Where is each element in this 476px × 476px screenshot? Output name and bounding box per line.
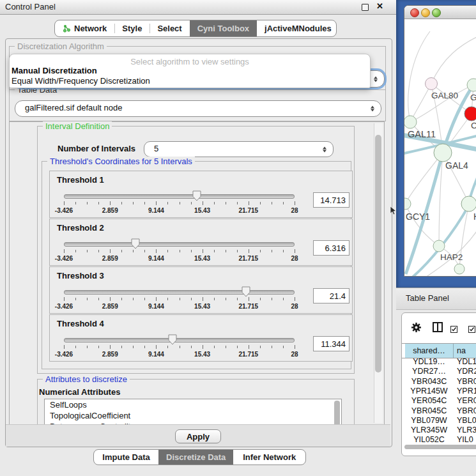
cell-name[interactable]: YBR0 bbox=[457, 377, 476, 386]
tick-mark bbox=[98, 298, 99, 300]
checkbox-icon[interactable] bbox=[468, 326, 475, 333]
cell-name[interactable]: YBL0 bbox=[457, 416, 476, 425]
close-traffic-light-icon[interactable] bbox=[410, 8, 419, 17]
table-row[interactable]: YBL079WYBL0 bbox=[402, 416, 476, 426]
threshold-value-field[interactable] bbox=[313, 336, 349, 351]
threshold-label: Threshold 1 bbox=[57, 175, 104, 185]
number-of-intervals-spinner[interactable]: 5 bbox=[144, 141, 334, 157]
tick-mark bbox=[237, 250, 238, 252]
cell-name[interactable]: YLR3 bbox=[457, 426, 476, 434]
cell-name[interactable]: YBR0 bbox=[457, 406, 476, 415]
close-icon[interactable]: ✕ bbox=[376, 1, 383, 11]
cell-name[interactable]: YER0 bbox=[457, 396, 476, 405]
threshold-slider[interactable]: -3.4262.8599.14415.4321.71528 bbox=[64, 190, 295, 215]
column-header-shared-name[interactable]: shared… bbox=[405, 344, 454, 358]
threshold-value-field[interactable] bbox=[313, 192, 349, 208]
slider-track[interactable] bbox=[64, 242, 295, 247]
tick-mark bbox=[249, 297, 249, 301]
tick-label: 15.43 bbox=[194, 303, 210, 310]
slider-thumb[interactable] bbox=[192, 190, 201, 201]
node[interactable] bbox=[461, 196, 476, 211]
slider-track[interactable] bbox=[64, 290, 295, 295]
tab-discretize-data[interactable]: Discretize Data bbox=[158, 450, 233, 464]
cell-name[interactable]: YDL1 bbox=[457, 357, 476, 366]
table-row[interactable]: YPR145WYPR1 bbox=[402, 387, 476, 396]
network-canvas[interactable]: GAL80 GA C GAL11 GAL4 GCY1 H HAP2 bbox=[404, 19, 476, 276]
tab-jactivemnodules[interactable]: jActiveMNodules bbox=[257, 20, 337, 36]
attributes-group: Attributes to discretize Numerical Attri… bbox=[37, 379, 355, 431]
spinner-value: 5 bbox=[154, 144, 158, 153]
cell-shared-name[interactable]: YBR043C bbox=[405, 377, 453, 386]
node-pink[interactable] bbox=[426, 78, 438, 90]
node[interactable] bbox=[404, 198, 411, 210]
slider-track[interactable] bbox=[64, 194, 295, 199]
cell-shared-name[interactable]: YDR27… bbox=[405, 367, 453, 376]
minimize-traffic-light-icon[interactable] bbox=[421, 8, 430, 17]
tick-label: 28 bbox=[291, 303, 298, 310]
settings-scrollbar[interactable] bbox=[374, 123, 383, 423]
tab-infer-network[interactable]: Infer Network bbox=[233, 450, 305, 464]
checkbox-icon[interactable] bbox=[450, 326, 457, 333]
node[interactable] bbox=[467, 79, 476, 91]
table-body: YDL19…YDL1YDR27…YDR2YBR043CYBR0YPR145WYP… bbox=[402, 357, 476, 444]
table-data-combobox[interactable]: galFiltered.sif default node bbox=[15, 100, 381, 117]
cell-name[interactable]: YPR1 bbox=[457, 387, 476, 395]
tab-network[interactable]: Network bbox=[55, 20, 114, 36]
mouse-cursor bbox=[390, 206, 397, 215]
threshold-value-field[interactable] bbox=[313, 240, 349, 256]
table-row[interactable]: YDL19…YDL1 bbox=[402, 357, 476, 367]
table-row[interactable]: YBR045CYBR0 bbox=[402, 406, 476, 416]
slider-thumb[interactable] bbox=[168, 334, 177, 345]
cell-shared-name[interactable]: YBL079W bbox=[405, 416, 453, 425]
cell-shared-name[interactable]: YPR145W bbox=[405, 387, 453, 395]
dropdown-option-manual-discretization[interactable]: Manual Discretization bbox=[12, 66, 97, 75]
tick-mark bbox=[121, 346, 122, 348]
node[interactable] bbox=[434, 144, 452, 162]
slider-thumb[interactable] bbox=[242, 286, 250, 297]
slider-track[interactable] bbox=[64, 338, 295, 342]
cell-name[interactable]: YIL0 bbox=[457, 435, 473, 444]
cell-shared-name[interactable]: YER054C bbox=[405, 396, 453, 405]
table-toolbar bbox=[402, 313, 476, 342]
tab-impute-data[interactable]: Impute Data bbox=[94, 450, 158, 464]
float-window-icon[interactable] bbox=[362, 4, 369, 11]
node[interactable] bbox=[454, 264, 464, 274]
tab-style[interactable]: Style bbox=[114, 20, 150, 36]
cell-name[interactable]: YDR2 bbox=[457, 367, 476, 376]
node[interactable] bbox=[404, 116, 417, 128]
table-row[interactable]: YBR043CYBR0 bbox=[402, 377, 476, 387]
threshold-value-field[interactable] bbox=[313, 288, 349, 303]
threshold-slider[interactable]: -3.4262.8599.14415.4321.71528 bbox=[64, 334, 295, 359]
column-header-name[interactable]: na bbox=[454, 344, 476, 358]
gear-icon[interactable] bbox=[411, 322, 422, 333]
list-item[interactable]: SelfLoops bbox=[45, 399, 341, 410]
list-scrollbar[interactable] bbox=[334, 401, 340, 426]
network-window[interactable]: GAL80 GA C GAL11 GAL4 GCY1 H HAP2 bbox=[404, 5, 476, 277]
tab-label: Style bbox=[122, 24, 142, 33]
table-row[interactable]: YIL052CYIL0 bbox=[402, 435, 476, 444]
list-item[interactable]: TopologicalCoefficient bbox=[45, 410, 341, 421]
slider-thumb[interactable] bbox=[131, 238, 140, 249]
zoom-traffic-light-icon[interactable] bbox=[432, 8, 441, 17]
node-selected-red[interactable] bbox=[464, 107, 476, 121]
threshold-slider[interactable]: -3.4262.8599.14415.4321.71528 bbox=[64, 286, 295, 311]
table-row[interactable]: YER054CYER0 bbox=[402, 396, 476, 406]
threshold-slider[interactable]: -3.4262.8599.14415.4321.71528 bbox=[64, 238, 295, 263]
scrollbar-thumb[interactable] bbox=[375, 135, 381, 372]
dropdown-option-equal-width-frequency[interactable]: Equal Width/Frequency Discretization bbox=[12, 76, 150, 86]
cell-shared-name[interactable]: YBR045C bbox=[405, 406, 453, 415]
column-view-icon[interactable] bbox=[433, 322, 443, 332]
tick-mark bbox=[144, 250, 145, 252]
table-hscrollbar[interactable] bbox=[404, 445, 476, 449]
cell-shared-name[interactable]: YIL052C bbox=[405, 435, 453, 444]
table-row[interactable]: YDR27…YDR2 bbox=[402, 367, 476, 376]
apply-button[interactable]: Apply bbox=[175, 429, 221, 443]
table-row[interactable]: YLR345WYLR3 bbox=[402, 426, 476, 435]
cell-shared-name[interactable]: YLR345W bbox=[405, 426, 453, 434]
tab-select[interactable]: Select bbox=[150, 20, 189, 36]
tick-mark bbox=[203, 297, 203, 301]
node[interactable] bbox=[433, 240, 445, 252]
tab-cyni-toolbox[interactable]: Cyni Toolbox bbox=[190, 20, 257, 36]
tick-mark bbox=[283, 202, 284, 204]
cell-shared-name[interactable]: YDL19… bbox=[405, 357, 453, 366]
